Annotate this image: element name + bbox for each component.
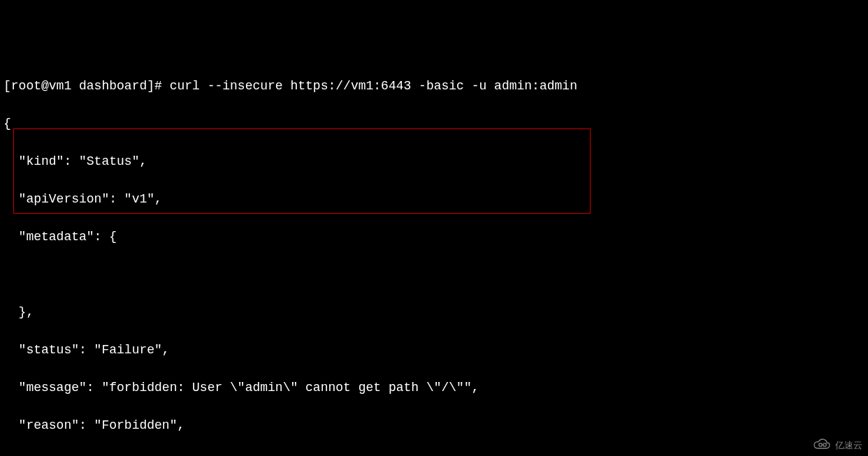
terminal-line: "message": "forbidden: User \"admin\" ca… <box>3 378 865 397</box>
terminal-line: { <box>3 115 865 133</box>
terminal-line: "reason": "Forbidden", <box>3 416 865 435</box>
svg-point-0 <box>819 443 822 446</box>
terminal-line: [root@vm1 dashboard]# curl --insecure ht… <box>3 77 865 96</box>
terminal-line <box>3 265 865 284</box>
terminal-line: "metadata": { <box>3 228 865 247</box>
svg-point-1 <box>823 443 826 446</box>
terminal-line: "kind": "Status", <box>3 152 865 171</box>
watermark: 亿速云 <box>811 439 862 453</box>
terminal-line: }, <box>3 303 865 322</box>
watermark-text: 亿速云 <box>835 439 862 453</box>
terminal-line: "apiVersion": "v1", <box>3 190 865 209</box>
cloud-logo-icon <box>811 439 832 451</box>
terminal-line: "status": "Failure", <box>3 341 865 360</box>
